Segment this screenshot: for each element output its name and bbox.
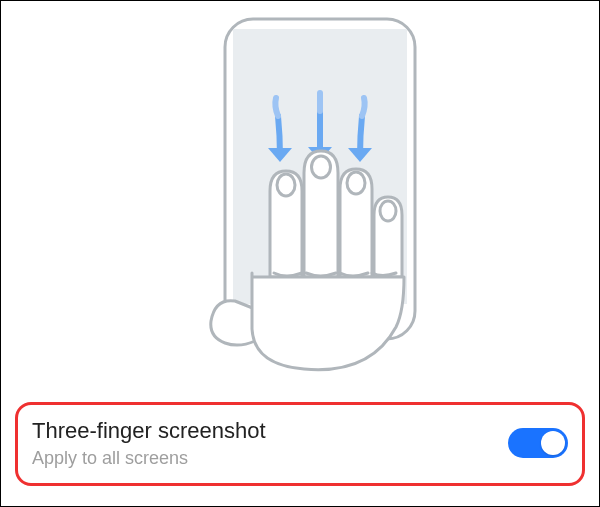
screenshot-frame: Three-finger screenshot Apply to all scr… xyxy=(0,0,600,507)
setting-text-block: Three-finger screenshot Apply to all scr… xyxy=(32,417,266,470)
three-finger-screenshot-row[interactable]: Three-finger screenshot Apply to all scr… xyxy=(15,402,585,487)
phone-hand-swipe-icon xyxy=(120,1,480,381)
setting-subtitle: Apply to all screens xyxy=(32,448,266,469)
gesture-illustration xyxy=(1,1,599,381)
setting-toggle[interactable] xyxy=(508,428,568,458)
setting-title: Three-finger screenshot xyxy=(32,417,266,445)
toggle-knob xyxy=(541,431,565,455)
